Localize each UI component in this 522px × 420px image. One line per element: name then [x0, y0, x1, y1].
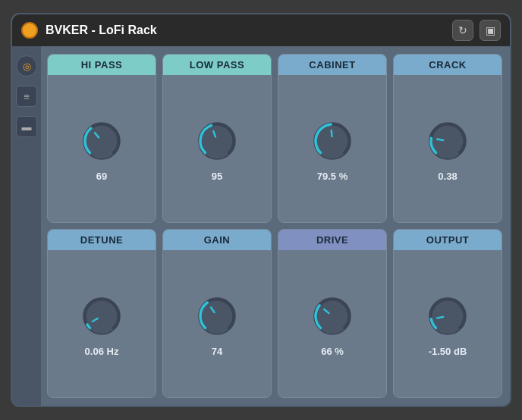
knob-area-detune[interactable]: 0.06 Hz: [48, 250, 156, 397]
module-label-hi-pass: HI PASS: [48, 55, 156, 75]
module-label-cabinet: CABINET: [278, 55, 386, 75]
knob-value-drive: 66 %: [321, 346, 344, 357]
bottom-row: DETUNE 0.06 HzGAIN 74DRIVE 66 %OUTPUT -1…: [47, 229, 502, 398]
knob-gain[interactable]: [193, 293, 241, 343]
knob-value-detune: 0.06 Hz: [85, 346, 119, 357]
title-bar: BVKER - LoFi Rack ↻ ▣: [12, 14, 510, 46]
knob-area-low-pass[interactable]: 95: [163, 75, 271, 222]
controls-area: HI PASS 69LOW PASS 95CABINET 79.5 %CRACK…: [41, 46, 510, 406]
refresh-button[interactable]: ↻: [452, 20, 473, 41]
list-icon: ≡: [24, 91, 30, 102]
sidebar-eq-button[interactable]: ▬: [16, 116, 37, 137]
knob-area-gain[interactable]: 74: [163, 250, 271, 397]
sidebar-list-button[interactable]: ≡: [16, 86, 37, 107]
module-cabinet: CABINET 79.5 %: [278, 54, 387, 223]
knob-hi-pass[interactable]: [78, 118, 125, 168]
module-output: OUTPUT -1.50 dB: [393, 229, 502, 398]
knob-area-crack[interactable]: 0.38: [394, 75, 502, 222]
knob-area-cabinet[interactable]: 79.5 %: [278, 75, 386, 222]
knob-value-hi-pass: 69: [96, 171, 107, 182]
knob-crack[interactable]: [424, 118, 471, 168]
save-button[interactable]: ▣: [480, 20, 501, 41]
plugin-window: BVKER - LoFi Rack ↻ ▣ ◎ ≡ ▬ HI PASS: [11, 13, 511, 407]
module-label-detune: DETUNE: [48, 230, 156, 250]
knob-drive[interactable]: [309, 293, 356, 343]
module-label-drive: DRIVE: [278, 230, 386, 250]
svg-line-5: [332, 130, 332, 136]
module-label-output: OUTPUT: [394, 230, 502, 250]
main-content: ◎ ≡ ▬ HI PASS 69LOW PASS 95CABINET 79.5 …: [12, 46, 510, 406]
title-icons: ↻ ▣: [452, 20, 501, 41]
module-label-crack: CRACK: [394, 55, 502, 75]
module-hi-pass: HI PASS 69: [47, 54, 156, 223]
knob-cabinet[interactable]: [309, 118, 356, 168]
knob-value-cabinet: 79.5 %: [317, 171, 347, 182]
knob-output[interactable]: [424, 293, 471, 343]
knob-detune[interactable]: [78, 293, 125, 343]
knob-value-output: -1.50 dB: [429, 346, 467, 357]
knob-value-crack: 0.38: [438, 171, 457, 182]
svg-point-8: [83, 298, 120, 334]
knob-low-pass[interactable]: [193, 118, 241, 168]
refresh-icon: ↻: [458, 24, 467, 36]
svg-line-7: [437, 139, 443, 139]
knob-area-output[interactable]: -1.50 dB: [394, 250, 502, 397]
title-dot: [21, 22, 38, 39]
top-row: HI PASS 69LOW PASS 95CABINET 79.5 %CRACK…: [47, 54, 502, 223]
module-low-pass: LOW PASS 95: [162, 54, 272, 223]
knob-value-low-pass: 95: [212, 171, 222, 182]
preset-icon: ◎: [23, 61, 31, 72]
sidebar: ◎ ≡ ▬: [12, 46, 41, 406]
knob-area-drive[interactable]: 66 %: [278, 250, 386, 397]
svg-point-14: [429, 298, 466, 334]
module-drive: DRIVE 66 %: [278, 229, 387, 398]
knob-value-gain: 74: [212, 346, 222, 357]
knob-area-hi-pass[interactable]: 69: [48, 75, 156, 222]
module-label-low-pass: LOW PASS: [163, 55, 271, 75]
svg-point-6: [429, 123, 466, 159]
svg-line-15: [437, 317, 443, 318]
window-title: BVKER - LoFi Rack: [46, 24, 445, 37]
svg-point-12: [314, 298, 351, 334]
module-label-gain: GAIN: [163, 230, 271, 250]
save-icon: ▣: [486, 24, 495, 36]
module-detune: DETUNE 0.06 Hz: [47, 229, 156, 398]
module-gain: GAIN 74: [162, 229, 272, 398]
sidebar-preset-button[interactable]: ◎: [16, 55, 37, 77]
eq-icon: ▬: [22, 121, 32, 133]
module-crack: CRACK 0.38: [393, 54, 502, 223]
